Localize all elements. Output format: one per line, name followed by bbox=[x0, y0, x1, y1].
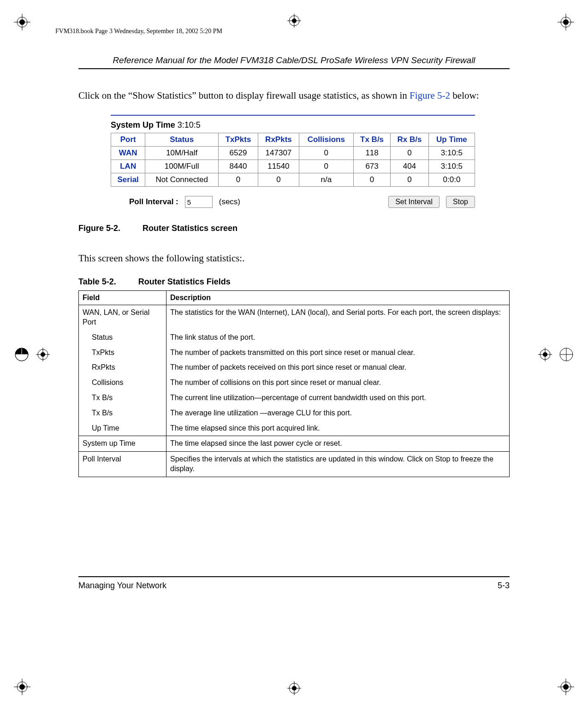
registration-mark-icon bbox=[287, 681, 301, 695]
stats-cell: 673 bbox=[353, 160, 390, 173]
stats-cell: 0 bbox=[299, 160, 353, 173]
fields-header-desc: Description bbox=[166, 291, 510, 305]
stats-table: PortStatusTxPktsRxPktsCollisionsTx B/sRx… bbox=[111, 133, 475, 187]
poll-interval-label: Poll Interval : bbox=[129, 197, 178, 207]
intro-paragraph: Click on the “Show Statistics” button to… bbox=[78, 89, 510, 102]
figure-rule bbox=[111, 115, 475, 116]
table-caption-text: Router Statistics Fields bbox=[138, 277, 231, 286]
stats-cell: 0 bbox=[391, 147, 429, 160]
field-name-cell: WAN, LAN, or Serial Port bbox=[79, 305, 166, 330]
port-cell: LAN bbox=[111, 160, 145, 173]
svg-point-32 bbox=[292, 18, 297, 23]
stats-cell: 0:0:0 bbox=[428, 173, 475, 187]
stats-cell: 100M/Full bbox=[145, 160, 219, 173]
svg-point-25 bbox=[543, 352, 547, 357]
crop-mark-icon bbox=[558, 14, 574, 30]
table-row: System up TimeThe time elapsed since the… bbox=[79, 436, 510, 452]
stats-cell: Not Connected bbox=[145, 173, 219, 187]
stats-header: Collisions bbox=[299, 133, 353, 147]
field-name-cell: Collisions bbox=[79, 375, 166, 390]
svg-point-21 bbox=[41, 352, 45, 357]
field-desc-cell: Specifies the intervals at which the sta… bbox=[166, 452, 510, 477]
running-header: Reference Manual for the Model FVM318 Ca… bbox=[78, 55, 510, 69]
fields-header-field: Field bbox=[79, 291, 166, 305]
stats-cell: 0 bbox=[391, 173, 429, 187]
book-meta-line: FVM318.book Page 3 Wednesday, September … bbox=[55, 28, 222, 35]
crop-mark-icon bbox=[558, 679, 574, 695]
stats-header: Tx B/s bbox=[353, 133, 390, 147]
field-name-cell: Up Time bbox=[79, 421, 166, 436]
poll-interval-input[interactable] bbox=[185, 196, 213, 208]
stats-header: TxPkts bbox=[218, 133, 258, 147]
uptime-label: System Up Time bbox=[111, 120, 175, 130]
field-desc-cell: The number of collisions on this port si… bbox=[166, 375, 510, 390]
field-desc-cell: The current line utilization—percentage … bbox=[166, 390, 510, 406]
table-row: RxPktsThe number of packets received on … bbox=[79, 360, 510, 375]
fields-table: Field Description WAN, LAN, or Serial Po… bbox=[78, 290, 510, 477]
svg-point-15 bbox=[563, 684, 569, 690]
figure-caption-number: Figure 5-2. bbox=[78, 224, 120, 233]
stats-header: Rx B/s bbox=[391, 133, 429, 147]
field-name-cell: TxPkts bbox=[79, 345, 166, 360]
registration-mark-icon bbox=[287, 14, 301, 28]
table-row: StatusThe link status of the port. bbox=[79, 330, 510, 345]
registration-mark-icon bbox=[14, 347, 50, 362]
stats-cell: 3:10:5 bbox=[428, 147, 475, 160]
uptime-value: 3:10:5 bbox=[178, 120, 201, 130]
field-name-cell: Status bbox=[79, 330, 166, 345]
stats-cell: 6529 bbox=[218, 147, 258, 160]
stats-cell: n/a bbox=[299, 173, 353, 187]
footer-page-number: 5-3 bbox=[498, 581, 510, 591]
intro-text-pre: Click on the “Show Statistics” button to… bbox=[78, 90, 410, 101]
stats-header: Up Time bbox=[428, 133, 475, 147]
table-caption: Table 5-2.Router Statistics Fields bbox=[78, 277, 510, 287]
stats-cell: 0 bbox=[299, 147, 353, 160]
table-row: WAN10M/Half6529147307011803:10:5 bbox=[111, 147, 475, 160]
field-name-cell: System up Time bbox=[79, 436, 166, 452]
table-caption-number: Table 5-2. bbox=[78, 277, 116, 286]
stats-header: Status bbox=[145, 133, 219, 147]
registration-mark-icon bbox=[538, 347, 574, 362]
field-desc-cell: The number of packets transmitted on thi… bbox=[166, 345, 510, 360]
field-desc-cell: The statistics for the WAN (Internet), L… bbox=[166, 305, 510, 330]
page-footer: Managing Your Network 5-3 bbox=[78, 576, 510, 591]
svg-point-36 bbox=[292, 686, 297, 691]
stats-header: Port bbox=[111, 133, 145, 147]
stats-header: RxPkts bbox=[258, 133, 299, 147]
field-desc-cell: The average line utilization —average CL… bbox=[166, 406, 510, 421]
figure-xref-link[interactable]: Figure 5-2 bbox=[410, 90, 450, 101]
figure-caption: Figure 5-2.Router Statistics screen bbox=[78, 224, 510, 233]
router-statistics-figure: System Up Time 3:10:5 PortStatusTxPktsRx… bbox=[111, 115, 475, 208]
set-interval-button[interactable]: Set Interval bbox=[388, 196, 440, 208]
port-cell: Serial bbox=[111, 173, 145, 187]
table-row: CollisionsThe number of collisions on th… bbox=[79, 375, 510, 390]
table-row: Tx B/sThe current line utilization—perce… bbox=[79, 390, 510, 406]
figure-caption-text: Router Statistics screen bbox=[143, 224, 238, 233]
system-uptime-line: System Up Time 3:10:5 bbox=[111, 120, 475, 130]
stats-cell: 11540 bbox=[258, 160, 299, 173]
footer-section-title: Managing Your Network bbox=[78, 581, 166, 591]
table-row: Tx B/sThe average line utilization —aver… bbox=[79, 406, 510, 421]
stats-cell: 10M/Half bbox=[145, 147, 219, 160]
field-name-cell: Tx B/s bbox=[79, 390, 166, 406]
table-row: TxPktsThe number of packets transmitted … bbox=[79, 345, 510, 360]
stats-cell: 147307 bbox=[258, 147, 299, 160]
intro-text-post: below: bbox=[450, 90, 479, 101]
crop-mark-icon bbox=[14, 679, 30, 695]
stats-cell: 404 bbox=[391, 160, 429, 173]
stats-cell: 0 bbox=[353, 173, 390, 187]
poll-secs-label: (secs) bbox=[219, 197, 240, 207]
stats-cell: 0 bbox=[218, 173, 258, 187]
table-row: Up TimeThe time elapsed since this port … bbox=[79, 421, 510, 436]
field-name-cell: Poll Interval bbox=[79, 452, 166, 477]
svg-point-11 bbox=[19, 684, 25, 690]
svg-point-7 bbox=[563, 19, 569, 25]
port-cell: WAN bbox=[111, 147, 145, 160]
table-row: LAN100M/Full84401154006734043:10:5 bbox=[111, 160, 475, 173]
stats-cell: 0 bbox=[258, 173, 299, 187]
stats-cell: 3:10:5 bbox=[428, 160, 475, 173]
table-row: WAN, LAN, or Serial PortThe statistics f… bbox=[79, 305, 510, 330]
field-desc-cell: The time elapsed since this port acquire… bbox=[166, 421, 510, 436]
field-desc-cell: The number of packets received on this p… bbox=[166, 360, 510, 375]
stop-button[interactable]: Stop bbox=[446, 196, 475, 208]
